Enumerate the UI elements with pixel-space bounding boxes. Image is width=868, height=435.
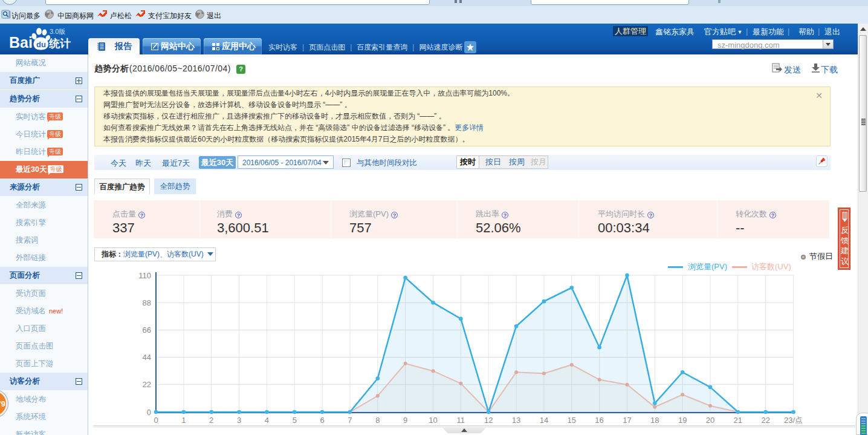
svg-text:4: 4 [265,416,269,424]
svg-text:18: 18 [650,416,659,424]
svg-text:66: 66 [143,325,151,335]
svg-text:9: 9 [403,416,407,424]
svg-text:11: 11 [457,416,465,424]
svg-text:14: 14 [540,416,548,424]
svg-text:10: 10 [429,416,437,424]
svg-text:15: 15 [568,416,576,424]
svg-text:16: 16 [595,416,603,424]
svg-text:3: 3 [237,416,241,424]
svg-text:22: 22 [761,416,769,424]
svg-text:12: 12 [484,416,493,424]
svg-text:8: 8 [375,416,380,424]
svg-text:44: 44 [143,353,151,362]
svg-text:23/点: 23/点 [784,416,803,424]
svg-text:19: 19 [678,416,687,424]
svg-text:0: 0 [147,408,151,417]
svg-text:88: 88 [143,298,151,307]
svg-text:110: 110 [138,271,151,280]
svg-text:20: 20 [706,416,714,424]
svg-text:17: 17 [623,416,631,424]
svg-text:21: 21 [734,416,742,424]
svg-text:22: 22 [143,380,151,389]
svg-text:6: 6 [320,416,324,424]
svg-text:5: 5 [293,416,297,424]
svg-text:13: 13 [512,416,520,424]
svg-text:2: 2 [209,416,213,424]
svg-text:0: 0 [154,416,158,424]
svg-text:du: du [36,40,46,49]
svg-text:7: 7 [348,416,352,424]
svg-text:1: 1 [181,416,186,424]
